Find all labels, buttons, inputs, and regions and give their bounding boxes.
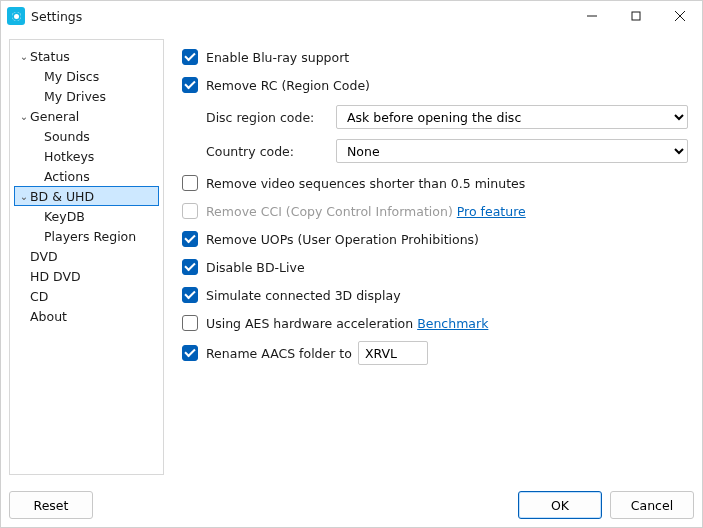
- remove-cci-checkbox: [182, 203, 198, 219]
- enable-bluray-label[interactable]: Enable Blu-ray support: [206, 50, 349, 65]
- titlebar: Settings: [1, 1, 702, 31]
- pro-feature-link[interactable]: Pro feature: [457, 204, 526, 219]
- nav-tree: ⌄Status My Discs My Drives ⌄General Soun…: [9, 39, 164, 475]
- close-button[interactable]: [658, 1, 702, 31]
- tree-my-drives[interactable]: My Drives: [14, 86, 159, 106]
- tree-my-discs[interactable]: My Discs: [14, 66, 159, 86]
- country-code-select[interactable]: None: [336, 139, 688, 163]
- tree-dvd[interactable]: DVD: [14, 246, 159, 266]
- tree-sounds[interactable]: Sounds: [14, 126, 159, 146]
- minimize-button[interactable]: [570, 1, 614, 31]
- maximize-button[interactable]: [614, 1, 658, 31]
- tree-players-region[interactable]: Players Region: [14, 226, 159, 246]
- disc-region-select[interactable]: Ask before opening the disc: [336, 105, 688, 129]
- chevron-down-icon: ⌄: [18, 111, 30, 122]
- footer: Reset OK Cancel: [1, 483, 702, 527]
- tree-hddvd[interactable]: HD DVD: [14, 266, 159, 286]
- reset-button[interactable]: Reset: [9, 491, 93, 519]
- aes-hw-checkbox[interactable]: [182, 315, 198, 331]
- disable-bdlive-label[interactable]: Disable BD-Live: [206, 260, 305, 275]
- remove-rc-label[interactable]: Remove RC (Region Code): [206, 78, 370, 93]
- benchmark-link[interactable]: Benchmark: [417, 316, 488, 331]
- tree-bd-uhd[interactable]: ⌄BD & UHD: [14, 186, 159, 206]
- simulate-3d-checkbox[interactable]: [182, 287, 198, 303]
- remove-uops-label[interactable]: Remove UOPs (User Operation Prohibitions…: [206, 232, 479, 247]
- tree-keydb[interactable]: KeyDB: [14, 206, 159, 226]
- window-title: Settings: [31, 9, 570, 24]
- chevron-down-icon: ⌄: [18, 51, 30, 62]
- chevron-down-icon: ⌄: [18, 191, 30, 202]
- remove-cci-label: Remove CCI (Copy Control Information): [206, 204, 453, 219]
- rename-aacs-label[interactable]: Rename AACS folder to: [206, 346, 352, 361]
- ok-button[interactable]: OK: [518, 491, 602, 519]
- remove-short-checkbox[interactable]: [182, 175, 198, 191]
- tree-cd[interactable]: CD: [14, 286, 159, 306]
- remove-rc-checkbox[interactable]: [182, 77, 198, 93]
- svg-rect-1: [632, 12, 640, 20]
- rename-aacs-input[interactable]: [358, 341, 428, 365]
- remove-uops-checkbox[interactable]: [182, 231, 198, 247]
- tree-status[interactable]: ⌄Status: [14, 46, 159, 66]
- cancel-button[interactable]: Cancel: [610, 491, 694, 519]
- enable-bluray-checkbox[interactable]: [182, 49, 198, 65]
- country-code-label: Country code:: [206, 144, 336, 159]
- disable-bdlive-checkbox[interactable]: [182, 259, 198, 275]
- tree-about[interactable]: About: [14, 306, 159, 326]
- tree-hotkeys[interactable]: Hotkeys: [14, 146, 159, 166]
- aes-hw-label[interactable]: Using AES hardware acceleration: [206, 316, 413, 331]
- disc-region-label: Disc region code:: [206, 110, 336, 125]
- tree-general[interactable]: ⌄General: [14, 106, 159, 126]
- tree-actions[interactable]: Actions: [14, 166, 159, 186]
- simulate-3d-label[interactable]: Simulate connected 3D display: [206, 288, 401, 303]
- rename-aacs-checkbox[interactable]: [182, 345, 198, 361]
- settings-panel: Enable Blu-ray support Remove RC (Region…: [176, 39, 694, 475]
- remove-short-label[interactable]: Remove video sequences shorter than 0.5 …: [206, 176, 525, 191]
- app-icon: [7, 7, 25, 25]
